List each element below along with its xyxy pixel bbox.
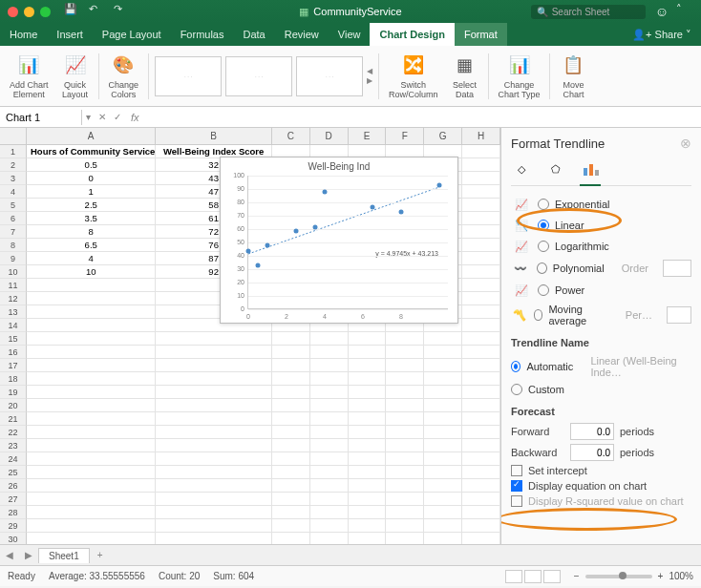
table-row[interactable] bbox=[27, 439, 500, 452]
cell[interactable] bbox=[349, 399, 387, 412]
cell[interactable] bbox=[156, 412, 271, 426]
cell[interactable] bbox=[310, 493, 349, 506]
cell[interactable] bbox=[310, 332, 349, 346]
row-header[interactable]: 16 bbox=[0, 346, 27, 359]
cell[interactable] bbox=[310, 533, 349, 544]
radio[interactable] bbox=[538, 241, 549, 252]
cell[interactable] bbox=[462, 439, 500, 452]
row-header[interactable]: 6 bbox=[0, 212, 27, 225]
trendline-power[interactable]: 📈Power bbox=[511, 280, 691, 301]
cell[interactable] bbox=[27, 506, 156, 519]
cell[interactable] bbox=[27, 452, 156, 466]
table-row[interactable] bbox=[27, 386, 500, 399]
cell[interactable] bbox=[272, 519, 310, 533]
col-header[interactable]: F bbox=[386, 128, 424, 144]
row-header[interactable]: 30 bbox=[0, 533, 27, 544]
table-row[interactable] bbox=[27, 412, 500, 426]
name-custom[interactable]: Custom bbox=[511, 381, 691, 398]
table-row[interactable] bbox=[27, 479, 500, 493]
row-header[interactable]: 25 bbox=[0, 466, 27, 479]
cell[interactable] bbox=[462, 319, 500, 332]
cell[interactable] bbox=[462, 506, 500, 519]
cell[interactable] bbox=[424, 399, 462, 412]
cell[interactable] bbox=[386, 412, 424, 426]
col-header[interactable]: A bbox=[27, 128, 156, 144]
cell[interactable] bbox=[349, 359, 387, 372]
data-point[interactable] bbox=[256, 263, 261, 268]
cell[interactable] bbox=[349, 533, 387, 544]
cell[interactable] bbox=[462, 332, 500, 346]
trendline-exponential[interactable]: 📈Exponential bbox=[511, 194, 691, 215]
cell[interactable] bbox=[424, 439, 462, 452]
cell[interactable] bbox=[386, 399, 424, 412]
row-header[interactable]: 17 bbox=[0, 359, 27, 372]
row-header[interactable]: 9 bbox=[0, 252, 27, 265]
cell[interactable] bbox=[462, 346, 500, 359]
cell[interactable] bbox=[156, 519, 271, 533]
undo-icon[interactable]: ↶ bbox=[89, 3, 106, 20]
table-row[interactable] bbox=[27, 372, 500, 386]
col-header[interactable]: B bbox=[156, 128, 272, 144]
share-button[interactable]: 👤+ Share ˅ bbox=[623, 29, 701, 41]
cell[interactable] bbox=[272, 506, 310, 519]
cell[interactable] bbox=[156, 359, 271, 372]
cell[interactable] bbox=[27, 359, 156, 372]
data-point[interactable] bbox=[437, 183, 442, 188]
row-header[interactable]: 27 bbox=[0, 493, 27, 506]
cell[interactable] bbox=[424, 506, 462, 519]
trendline-moving-avg[interactable]: 〽️Moving average Per… bbox=[511, 301, 691, 329]
cell[interactable] bbox=[27, 319, 156, 332]
cell[interactable] bbox=[272, 466, 310, 479]
cell[interactable] bbox=[462, 386, 500, 399]
cell[interactable] bbox=[386, 386, 424, 399]
row-header[interactable]: 14 bbox=[0, 319, 27, 332]
row-header[interactable]: 4 bbox=[0, 185, 27, 199]
cell[interactable]: 8 bbox=[27, 225, 156, 239]
cell[interactable] bbox=[386, 372, 424, 386]
cell[interactable] bbox=[349, 332, 387, 346]
cell[interactable] bbox=[386, 519, 424, 533]
table-row[interactable] bbox=[27, 332, 500, 346]
data-point[interactable] bbox=[313, 224, 318, 229]
cell[interactable] bbox=[349, 506, 387, 519]
row-header[interactable]: 8 bbox=[0, 239, 27, 252]
spreadsheet-grid[interactable]: ABCDEFGH 1234567891011121314151617181920… bbox=[0, 128, 500, 544]
checkbox[interactable] bbox=[511, 480, 522, 492]
checkbox[interactable] bbox=[511, 465, 522, 476]
checkbox[interactable] bbox=[511, 495, 522, 507]
cell[interactable] bbox=[462, 452, 500, 466]
cell[interactable] bbox=[27, 399, 156, 412]
page-break-view-icon[interactable] bbox=[543, 570, 561, 583]
radio[interactable] bbox=[537, 262, 547, 274]
cell[interactable] bbox=[156, 372, 271, 386]
cell[interactable]: 6.5 bbox=[27, 239, 156, 252]
trendline-linear[interactable]: 📉Linear bbox=[511, 215, 691, 236]
cell[interactable] bbox=[462, 372, 500, 386]
tab-view[interactable]: View bbox=[329, 23, 371, 46]
cell[interactable] bbox=[272, 386, 310, 399]
cell[interactable] bbox=[27, 412, 156, 426]
cell[interactable] bbox=[424, 426, 462, 439]
cell[interactable] bbox=[272, 452, 310, 466]
cell[interactable] bbox=[310, 439, 349, 452]
add-sheet-button[interactable]: + bbox=[90, 550, 111, 560]
radio[interactable] bbox=[538, 284, 549, 296]
cell[interactable] bbox=[272, 399, 310, 412]
cell[interactable] bbox=[27, 479, 156, 493]
cell[interactable] bbox=[424, 386, 462, 399]
sheet-nav-next-icon[interactable]: ▶ bbox=[19, 550, 38, 560]
cell[interactable] bbox=[272, 332, 310, 346]
cell[interactable] bbox=[462, 493, 500, 506]
cell[interactable] bbox=[349, 386, 387, 399]
cell[interactable] bbox=[386, 359, 424, 372]
cell[interactable] bbox=[27, 466, 156, 479]
cell[interactable] bbox=[272, 493, 310, 506]
cell[interactable] bbox=[462, 519, 500, 533]
sheet-nav-prev-icon[interactable]: ◀ bbox=[0, 550, 19, 560]
cell[interactable] bbox=[462, 359, 500, 372]
row-header[interactable]: 26 bbox=[0, 479, 27, 493]
cell[interactable] bbox=[386, 332, 424, 346]
set-intercept[interactable]: Set intercept bbox=[511, 463, 691, 478]
cell[interactable]: 0.5 bbox=[27, 158, 156, 172]
cell[interactable] bbox=[156, 452, 271, 466]
